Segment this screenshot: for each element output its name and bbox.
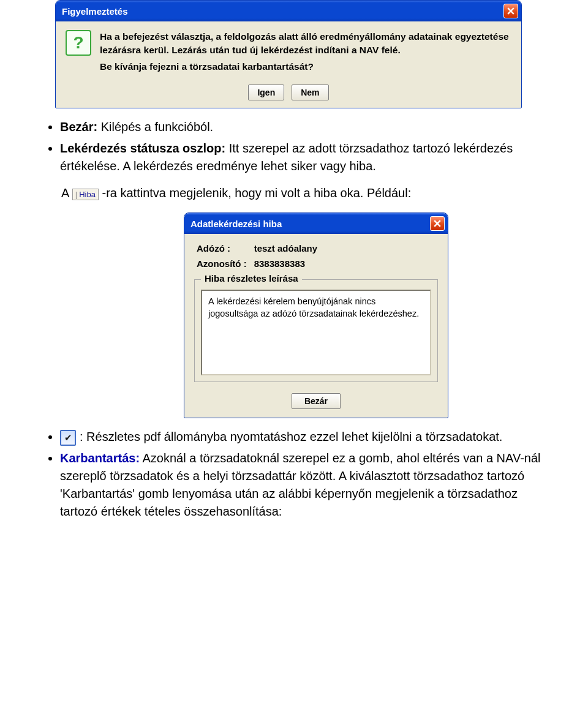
azon-label: Azonosító : bbox=[197, 257, 253, 271]
azon-value: 8383838383 bbox=[254, 257, 323, 271]
adozo-label: Adózó : bbox=[197, 241, 253, 255]
error-dialog: Adatlekérdezési hiba Adózó : teszt adóal… bbox=[184, 212, 448, 418]
checkbox-text: : Részletes pdf állományba nyomtatáshoz … bbox=[80, 430, 502, 443]
karb-label: Karbantartás: bbox=[60, 451, 140, 465]
hiba-link[interactable]: |Hiba bbox=[72, 189, 99, 200]
warning-dialog: Figyelmeztetés ? Ha a befejezést választ… bbox=[55, 0, 522, 108]
no-button[interactable]: Nem bbox=[292, 85, 328, 100]
yes-button[interactable]: Igen bbox=[248, 85, 284, 100]
hiba-mid: -ra kattintva megjelenik, hogy mi volt a… bbox=[102, 186, 412, 200]
dialog-message: Ha a befejezést választja, a feldolgozás… bbox=[100, 30, 511, 76]
lekerdezes-label: Lekérdezés státusza oszlop: bbox=[60, 141, 225, 155]
close-icon[interactable] bbox=[430, 216, 445, 231]
bezar-text: Kilépés a funkcióból. bbox=[97, 120, 213, 133]
warning-title: Figyelmeztetés bbox=[62, 6, 128, 17]
close-icon[interactable] bbox=[503, 4, 518, 18]
hiba-prefix: A bbox=[61, 186, 72, 200]
hiba-link-label: Hiba bbox=[79, 190, 96, 199]
bezar-label: Bezár: bbox=[60, 120, 97, 133]
error-titlebar: Adatlekérdezési hiba bbox=[184, 213, 448, 234]
fieldset-legend: Hiba részletes leírása bbox=[201, 273, 302, 284]
info-table: Adózó : teszt adóalany Azonosító : 83838… bbox=[195, 240, 325, 272]
error-title: Adatlekérdezési hiba bbox=[190, 219, 282, 229]
close-button[interactable]: Bezár bbox=[292, 393, 341, 409]
dialog-message-line2: Be kívánja fejezni a törzsadatai karbant… bbox=[100, 60, 511, 73]
error-fieldset: Hiba részletes leírása A lekérdezési kér… bbox=[194, 279, 438, 382]
list-item: Lekérdezés státusza oszlop: Itt szerepel… bbox=[60, 140, 545, 175]
question-icon: ? bbox=[66, 30, 91, 56]
list-item: ✔: Részletes pdf állományba nyomtatáshoz… bbox=[60, 428, 545, 446]
dialog-message-line1: Ha a befejezést választja, a feldolgozás… bbox=[100, 30, 511, 58]
checkbox-icon: ✔ bbox=[60, 430, 76, 446]
list-item: Bezár: Kilépés a funkcióból. bbox=[60, 118, 545, 136]
list-item: Karbantartás: Azoknál a törzsadatoknál s… bbox=[60, 449, 545, 520]
warning-titlebar: Figyelmeztetés bbox=[56, 1, 521, 21]
adozo-value: teszt adóalany bbox=[254, 241, 323, 255]
error-details-textbox: A lekérdezési kérelem benyújtójának ninc… bbox=[201, 290, 431, 375]
